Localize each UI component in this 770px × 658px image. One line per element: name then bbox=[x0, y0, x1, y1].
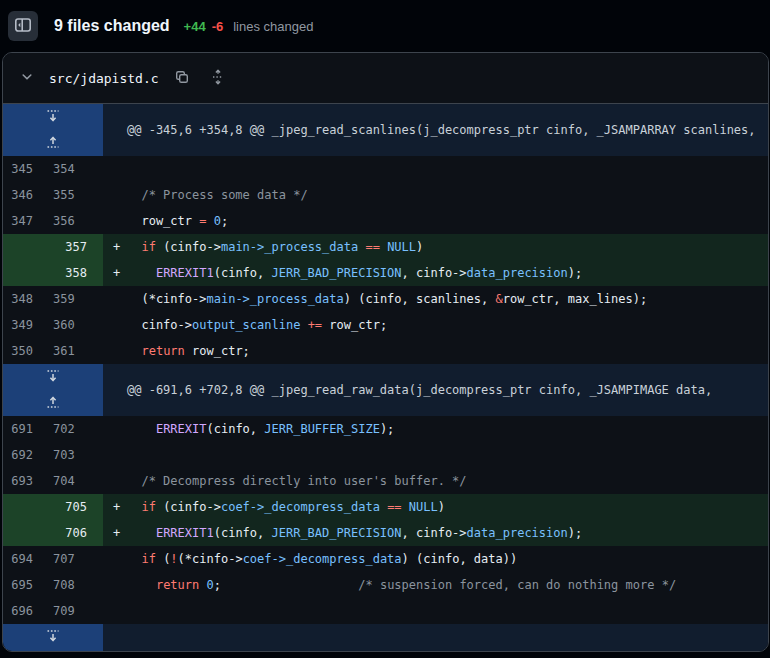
copy-path-button[interactable] bbox=[169, 65, 195, 91]
diff-marker-plus: + bbox=[103, 520, 127, 546]
code-token: 0 bbox=[214, 214, 221, 228]
line-number-old[interactable]: 696 bbox=[3, 598, 53, 624]
code-token: main->_process_data bbox=[206, 292, 343, 306]
line-number-old[interactable]: 348 bbox=[3, 286, 53, 312]
collapse-file-button[interactable] bbox=[15, 66, 39, 90]
code-token: (cinfo, bbox=[214, 526, 272, 540]
code-line: /* Decompress directly into user's buffe… bbox=[127, 468, 768, 494]
diff-row-context: 693704 /* Decompress directly into user'… bbox=[3, 468, 768, 494]
line-number-new[interactable]: 706 bbox=[3, 520, 103, 546]
code-token: if bbox=[141, 552, 155, 566]
line-number-old[interactable]: 695 bbox=[3, 572, 53, 598]
code-token: row_ctr, max_lines); bbox=[503, 292, 648, 306]
diff-marker-plus: + bbox=[103, 494, 127, 520]
expand-down-button[interactable] bbox=[3, 104, 103, 130]
code-token: data_precision bbox=[467, 526, 568, 540]
added-line-gutter: 358 bbox=[3, 260, 103, 286]
code-line: /* Process some data */ bbox=[127, 182, 768, 208]
code-line: ERREXIT(cinfo, JERR_BUFFER_SIZE); bbox=[127, 416, 768, 442]
code-token: coef->_decompress_data bbox=[243, 552, 402, 566]
code-token: ! bbox=[170, 552, 177, 566]
line-number-old[interactable]: 693 bbox=[3, 468, 53, 494]
code-token: ); bbox=[568, 266, 582, 280]
sidebar-toggle-button[interactable] bbox=[8, 11, 38, 41]
line-number-new[interactable]: 361 bbox=[53, 338, 103, 364]
diff-marker bbox=[103, 416, 127, 442]
expand-down-button[interactable] bbox=[3, 364, 103, 390]
hunk-expander-gutter bbox=[3, 624, 103, 651]
diff-row-added: 705+ if (cinfo->coef->_decompress_data =… bbox=[3, 494, 768, 520]
code-token: += bbox=[308, 318, 322, 332]
line-number-new[interactable]: 358 bbox=[3, 260, 103, 286]
code-token bbox=[127, 266, 156, 280]
code-token: NULL bbox=[387, 240, 416, 254]
diff-marker bbox=[103, 572, 127, 598]
line-number-old[interactable]: 345 bbox=[3, 156, 53, 182]
code-token: & bbox=[495, 292, 502, 306]
code-line: row_ctr = 0; bbox=[127, 208, 768, 234]
diff-row-added: 358+ ERREXIT1(cinfo, JERR_BAD_PRECISION,… bbox=[3, 260, 768, 286]
line-number-new[interactable]: 704 bbox=[53, 468, 103, 494]
code-token bbox=[127, 526, 156, 540]
line-number-new[interactable]: 355 bbox=[53, 182, 103, 208]
line-number-new[interactable]: 703 bbox=[53, 442, 103, 468]
code-token: (cinfo, bbox=[206, 422, 264, 436]
code-token: JERR_BAD_PRECISION bbox=[272, 526, 402, 540]
line-number-new[interactable]: 709 bbox=[53, 598, 103, 624]
line-number-new[interactable]: 359 bbox=[53, 286, 103, 312]
code-line: return 0; /* suspension forced, can do n… bbox=[127, 572, 768, 598]
line-number-new[interactable]: 354 bbox=[53, 156, 103, 182]
code-token: ); bbox=[568, 526, 582, 540]
diff-marker bbox=[103, 156, 127, 182]
code-line: if (cinfo->coef->_decompress_data == NUL… bbox=[127, 494, 768, 520]
code-token: return bbox=[141, 344, 184, 358]
line-number-new[interactable]: 356 bbox=[53, 208, 103, 234]
file-path-link[interactable]: src/jdapistd.c bbox=[49, 71, 159, 86]
expand-up-button[interactable] bbox=[3, 130, 103, 156]
line-number-old[interactable]: 692 bbox=[3, 442, 53, 468]
code-token bbox=[127, 344, 141, 358]
code-token: row_ctr; bbox=[322, 318, 387, 332]
line-number-old[interactable]: 694 bbox=[3, 546, 53, 572]
line-number-new[interactable]: 357 bbox=[3, 234, 103, 260]
line-number-old[interactable]: 346 bbox=[3, 182, 53, 208]
expand-down-button[interactable] bbox=[3, 624, 103, 651]
diff-row-context: 694707 if (!(*cinfo->coef->_decompress_d… bbox=[3, 546, 768, 572]
code-token: ERREXIT bbox=[156, 422, 207, 436]
diff-row-added: 706+ ERREXIT1(cinfo, JERR_BAD_PRECISION,… bbox=[3, 520, 768, 546]
file-header: src/jdapistd.c bbox=[3, 53, 768, 104]
line-number-new[interactable]: 360 bbox=[53, 312, 103, 338]
code-token: ); bbox=[380, 422, 394, 436]
line-number-old[interactable]: 350 bbox=[3, 338, 53, 364]
added-line-gutter: 706 bbox=[3, 520, 103, 546]
line-number-old[interactable]: 347 bbox=[3, 208, 53, 234]
line-number-old[interactable]: 691 bbox=[3, 416, 53, 442]
code-token: ) bbox=[438, 500, 445, 514]
code-token: ) (cinfo, scanlines, bbox=[344, 292, 496, 306]
diff-table: @@ -345,6 +354,8 @@ _jpeg_read_scanlines… bbox=[3, 104, 768, 651]
code-token: data_precision bbox=[467, 266, 568, 280]
expand-up-icon bbox=[45, 394, 61, 413]
code-token: JERR_BAD_PRECISION bbox=[272, 266, 402, 280]
line-number-new[interactable]: 702 bbox=[53, 416, 103, 442]
diff-row-context: 346355 /* Process some data */ bbox=[3, 182, 768, 208]
diff-marker bbox=[103, 598, 127, 624]
diff-row-context: 695708 return 0; /* suspension forced, c… bbox=[3, 572, 768, 598]
code-token: coef->_decompress_data bbox=[221, 500, 380, 514]
code-token: return bbox=[156, 578, 199, 592]
diff-marker bbox=[103, 182, 127, 208]
expand-up-button[interactable] bbox=[3, 390, 103, 416]
line-number-new[interactable]: 708 bbox=[53, 572, 103, 598]
code-line bbox=[127, 156, 768, 182]
code-token: row_ctr bbox=[127, 214, 199, 228]
code-token: JERR_BUFFER_SIZE bbox=[264, 422, 380, 436]
line-number-new[interactable]: 707 bbox=[53, 546, 103, 572]
unfold-vertical-icon bbox=[210, 69, 226, 88]
line-number-new[interactable]: 705 bbox=[3, 494, 103, 520]
hunk-header-text: @@ -691,6 +702,8 @@ _jpeg_read_raw_data(… bbox=[103, 364, 768, 416]
code-token: (*cinfo-> bbox=[178, 552, 243, 566]
expand-all-hunks-button[interactable] bbox=[205, 65, 231, 91]
line-number-old[interactable]: 349 bbox=[3, 312, 53, 338]
chevron-down-icon bbox=[21, 71, 33, 86]
code-token: (cinfo-> bbox=[156, 500, 221, 514]
